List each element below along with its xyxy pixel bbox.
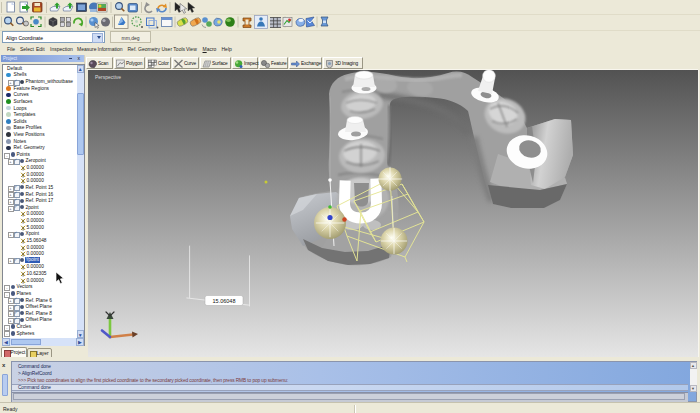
svg-text:Perspective: Perspective — [95, 74, 121, 80]
svg-text:15.06048: 15.06048 — [213, 298, 236, 304]
